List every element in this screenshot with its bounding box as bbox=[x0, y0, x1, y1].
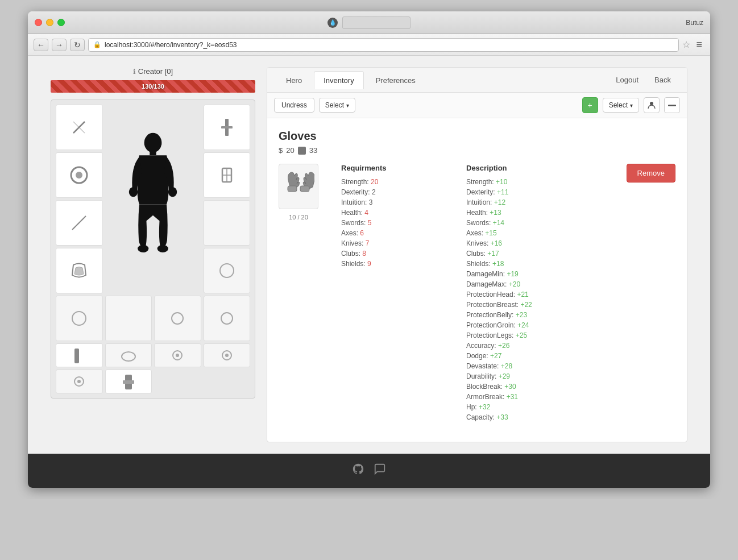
item-detail-row: 10 / 20 Requirments Strength: 20 Dexteri… bbox=[279, 164, 675, 424]
tabs-header: Hero Inventory Preferences Logout Back bbox=[267, 68, 687, 93]
desc-axes: Axes: +15 bbox=[466, 229, 557, 237]
svg-rect-5 bbox=[150, 151, 156, 156]
url-text: localhost:3000/#/hero/inventory?_k=eosd5… bbox=[105, 41, 237, 49]
equip-slot-17[interactable] bbox=[56, 370, 103, 393]
url-bar[interactable]: 🔒 localhost:3000/#/hero/inventory?_k=eos… bbox=[88, 38, 679, 52]
price-gold: 20 bbox=[286, 146, 294, 155]
svg-point-6 bbox=[129, 187, 138, 197]
equip-slot-10[interactable] bbox=[105, 296, 152, 341]
item-durability: 10 / 20 bbox=[289, 214, 308, 221]
window-user-label: Butuz bbox=[686, 19, 703, 27]
tab-inventory[interactable]: Inventory bbox=[314, 71, 363, 89]
svg-rect-32 bbox=[288, 186, 297, 192]
tab-preferences[interactable]: Preferences bbox=[366, 71, 425, 89]
equip-slot-2[interactable] bbox=[204, 105, 251, 150]
select-dropdown-2[interactable]: Select bbox=[603, 98, 639, 113]
bookmark-icon[interactable]: ☆ bbox=[682, 39, 690, 50]
health-bar-text: 130/130 bbox=[142, 83, 164, 90]
svg-rect-31 bbox=[668, 105, 676, 106]
gold-icon: $ bbox=[279, 146, 283, 155]
svg-point-27 bbox=[77, 380, 81, 383]
req-health: Health: 4 bbox=[341, 209, 432, 217]
equip-slot-13[interactable] bbox=[56, 343, 103, 367]
chat-icon[interactable] bbox=[374, 463, 386, 479]
desc-dodge: Dodge: +27 bbox=[466, 352, 557, 360]
equip-slot-12[interactable] bbox=[204, 296, 251, 341]
maximize-button[interactable] bbox=[57, 19, 65, 26]
svg-point-30 bbox=[650, 102, 653, 105]
forward-nav-button[interactable]: → bbox=[52, 39, 67, 51]
svg-point-23 bbox=[176, 354, 179, 357]
desc-knives: Knives: +16 bbox=[466, 239, 557, 247]
requirements-header: Requirments bbox=[341, 164, 432, 172]
equip-slot-6[interactable] bbox=[204, 200, 251, 246]
main-content: ℹ Creator [0] 130/130 bbox=[28, 56, 710, 454]
desc-damagemax: DamageMax: +20 bbox=[466, 280, 557, 288]
equip-slot-18[interactable] bbox=[105, 370, 152, 393]
description-column: Description Strength: +10 Dexterity: +11… bbox=[466, 164, 557, 424]
equip-slot-14[interactable] bbox=[105, 343, 152, 367]
left-panel: ℹ Creator [0] 130/130 bbox=[51, 67, 255, 442]
logout-button[interactable]: Logout bbox=[609, 72, 645, 88]
equip-slot-8[interactable] bbox=[204, 248, 251, 293]
svg-rect-3 bbox=[221, 126, 233, 128]
footer bbox=[28, 454, 710, 488]
menu-icon[interactable]: ≡ bbox=[694, 39, 704, 51]
title-bar: 💧 Butuz bbox=[28, 11, 710, 34]
svg-point-21 bbox=[122, 352, 135, 361]
equip-slot-16[interactable] bbox=[204, 343, 251, 367]
add-icon-button[interactable]: + bbox=[582, 97, 598, 113]
svg-point-11 bbox=[76, 172, 82, 179]
req-clubs: Clubs: 8 bbox=[341, 250, 432, 258]
svg-line-15 bbox=[72, 216, 86, 230]
minus-icon-button[interactable] bbox=[664, 97, 680, 113]
creator-title: ℹ Creator [0] bbox=[51, 67, 255, 76]
req-dexterity: Dexterity: 2 bbox=[341, 188, 432, 196]
equip-slot-3[interactable] bbox=[56, 152, 103, 198]
equip-slot-5[interactable] bbox=[56, 200, 103, 246]
equip-slot-7[interactable] bbox=[56, 248, 103, 293]
desc-accuracy: Accuracy: +26 bbox=[466, 342, 557, 350]
remove-button[interactable]: Remove bbox=[627, 164, 675, 182]
equip-slot-9[interactable] bbox=[56, 296, 103, 341]
req-axes: Axes: 6 bbox=[341, 229, 432, 237]
desc-health: Health: +13 bbox=[466, 209, 557, 217]
equip-slot-1[interactable] bbox=[56, 105, 103, 150]
item-name: Gloves bbox=[279, 130, 675, 143]
svg-rect-33 bbox=[300, 186, 309, 192]
back-nav-button[interactable]: ← bbox=[34, 39, 48, 51]
refresh-nav-button[interactable]: ↻ bbox=[70, 39, 85, 51]
svg-rect-20 bbox=[74, 349, 79, 363]
github-icon[interactable] bbox=[352, 463, 364, 479]
person-icon-button[interactable] bbox=[644, 97, 660, 113]
price-silver: 33 bbox=[309, 146, 317, 155]
close-button[interactable] bbox=[35, 19, 42, 26]
svg-point-16 bbox=[220, 264, 234, 277]
url-lock-icon: 🔒 bbox=[93, 41, 101, 48]
equip-slot-11[interactable] bbox=[154, 296, 201, 341]
item-price: $ 20 33 bbox=[279, 146, 675, 155]
select-dropdown-1[interactable]: Select bbox=[319, 98, 355, 113]
svg-point-4 bbox=[144, 133, 162, 153]
svg-point-8 bbox=[138, 245, 148, 252]
desc-dexterity: Dexterity: +11 bbox=[466, 188, 557, 196]
req-intuition: Intuition: 3 bbox=[341, 198, 432, 206]
undress-button[interactable]: Undress bbox=[274, 98, 314, 113]
tab-hero[interactable]: Hero bbox=[276, 71, 312, 89]
equip-slot-4[interactable] bbox=[204, 152, 251, 198]
minimize-button[interactable] bbox=[46, 19, 53, 26]
svg-point-19 bbox=[221, 313, 233, 324]
desc-protectionhead: ProtectionHead: +21 bbox=[466, 291, 557, 298]
desc-clubs: Clubs: +17 bbox=[466, 250, 557, 258]
desc-damagemin: DamageMin: +19 bbox=[466, 270, 557, 278]
svg-point-7 bbox=[168, 187, 177, 197]
right-panel: Hero Inventory Preferences Logout Back U… bbox=[267, 67, 687, 442]
svg-point-17 bbox=[72, 312, 86, 325]
equip-slot-15[interactable] bbox=[154, 343, 201, 367]
desc-armorbreak: ArmorBreak: +31 bbox=[466, 393, 557, 401]
desc-blockbreak: BlockBreak: +30 bbox=[466, 383, 557, 391]
desc-intuition: Intuition: +12 bbox=[466, 198, 557, 206]
back-button[interactable]: Back bbox=[648, 72, 678, 88]
remove-button-area: Remove bbox=[627, 164, 675, 424]
desc-protectionbreast: ProtectionBreast: +22 bbox=[466, 301, 557, 309]
